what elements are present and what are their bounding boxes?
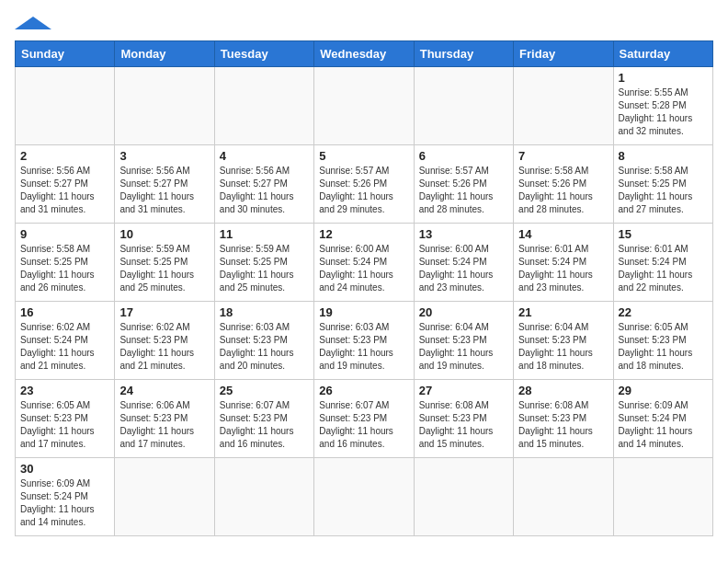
calendar-week-4: 16Sunrise: 6:02 AM Sunset: 5:24 PM Dayli… <box>16 302 713 380</box>
calendar-cell: 1Sunrise: 5:55 AM Sunset: 5:28 PM Daylig… <box>613 67 712 145</box>
calendar-cell <box>115 67 214 145</box>
calendar-cell: 7Sunrise: 5:58 AM Sunset: 5:26 PM Daylig… <box>514 145 613 224</box>
calendar-cell: 26Sunrise: 6:07 AM Sunset: 5:23 PM Dayli… <box>314 380 414 458</box>
calendar-cell: 16Sunrise: 6:02 AM Sunset: 5:24 PM Dayli… <box>16 302 115 380</box>
calendar-cell: 18Sunrise: 6:03 AM Sunset: 5:23 PM Dayli… <box>214 302 313 380</box>
calendar-cell: 8Sunrise: 5:58 AM Sunset: 5:25 PM Daylig… <box>613 145 712 224</box>
calendar-cell <box>514 458 613 536</box>
day-number: 25 <box>220 384 309 397</box>
day-header-tuesday: Tuesday <box>214 41 313 67</box>
calendar-cell <box>613 458 712 536</box>
calendar-cell: 19Sunrise: 6:03 AM Sunset: 5:23 PM Dayli… <box>314 302 414 380</box>
calendar-cell: 23Sunrise: 6:05 AM Sunset: 5:23 PM Dayli… <box>16 380 115 458</box>
day-header-wednesday: Wednesday <box>314 41 414 67</box>
calendar-week-1: 1Sunrise: 5:55 AM Sunset: 5:28 PM Daylig… <box>16 67 713 145</box>
day-info: Sunrise: 5:57 AM Sunset: 5:26 PM Dayligh… <box>419 165 508 216</box>
day-number: 2 <box>20 149 109 163</box>
calendar-cell: 27Sunrise: 6:08 AM Sunset: 5:23 PM Dayli… <box>414 380 513 458</box>
day-number: 28 <box>518 384 608 397</box>
day-number: 9 <box>20 227 109 241</box>
day-info: Sunrise: 5:57 AM Sunset: 5:26 PM Dayligh… <box>319 165 408 216</box>
calendar-cell: 25Sunrise: 6:07 AM Sunset: 5:23 PM Dayli… <box>214 380 313 458</box>
day-number: 11 <box>220 227 309 241</box>
day-info: Sunrise: 5:56 AM Sunset: 5:27 PM Dayligh… <box>20 165 109 216</box>
svg-marker-0 <box>15 17 51 29</box>
calendar-cell: 28Sunrise: 6:08 AM Sunset: 5:23 PM Dayli… <box>514 380 613 458</box>
calendar-cell: 13Sunrise: 6:00 AM Sunset: 5:24 PM Dayli… <box>414 224 513 302</box>
calendar-cell: 12Sunrise: 6:00 AM Sunset: 5:24 PM Dayli… <box>314 224 414 302</box>
day-number: 21 <box>518 305 608 319</box>
day-info: Sunrise: 6:00 AM Sunset: 5:24 PM Dayligh… <box>419 243 508 294</box>
day-info: Sunrise: 6:05 AM Sunset: 5:23 PM Dayligh… <box>20 399 109 451</box>
calendar-table: SundayMondayTuesdayWednesdayThursdayFrid… <box>15 40 713 536</box>
calendar-cell <box>214 67 313 145</box>
calendar-cell <box>214 458 313 536</box>
day-number: 20 <box>419 305 508 319</box>
day-header-monday: Monday <box>115 41 214 67</box>
day-number: 24 <box>119 384 209 397</box>
day-number: 12 <box>319 227 408 241</box>
calendar-cell: 5Sunrise: 5:57 AM Sunset: 5:26 PM Daylig… <box>314 145 414 224</box>
day-info: Sunrise: 5:56 AM Sunset: 5:27 PM Dayligh… <box>220 165 309 216</box>
day-info: Sunrise: 6:06 AM Sunset: 5:23 PM Dayligh… <box>119 399 209 451</box>
page-header <box>15 15 713 29</box>
day-info: Sunrise: 5:56 AM Sunset: 5:27 PM Dayligh… <box>119 165 209 216</box>
day-header-thursday: Thursday <box>414 41 513 67</box>
calendar-cell: 10Sunrise: 5:59 AM Sunset: 5:25 PM Dayli… <box>115 224 214 302</box>
day-number: 19 <box>319 305 408 319</box>
day-info: Sunrise: 5:59 AM Sunset: 5:25 PM Dayligh… <box>119 243 209 294</box>
calendar-cell: 6Sunrise: 5:57 AM Sunset: 5:26 PM Daylig… <box>414 145 513 224</box>
calendar-cell: 2Sunrise: 5:56 AM Sunset: 5:27 PM Daylig… <box>16 145 115 224</box>
day-info: Sunrise: 6:02 AM Sunset: 5:24 PM Dayligh… <box>20 321 109 373</box>
day-number: 23 <box>20 384 109 397</box>
day-number: 29 <box>619 384 708 397</box>
day-number: 27 <box>419 384 508 397</box>
day-info: Sunrise: 6:04 AM Sunset: 5:23 PM Dayligh… <box>419 321 508 373</box>
calendar-cell <box>115 458 214 536</box>
day-number: 4 <box>220 149 309 163</box>
day-header-saturday: Saturday <box>613 41 712 67</box>
day-header-sunday: Sunday <box>16 41 115 67</box>
day-number: 14 <box>518 227 608 241</box>
calendar-week-3: 9Sunrise: 5:58 AM Sunset: 5:25 PM Daylig… <box>16 224 713 302</box>
day-number: 30 <box>20 462 109 476</box>
calendar-cell <box>514 67 613 145</box>
calendar-cell: 14Sunrise: 6:01 AM Sunset: 5:24 PM Dayli… <box>514 224 613 302</box>
logo <box>15 15 51 29</box>
day-info: Sunrise: 5:58 AM Sunset: 5:26 PM Dayligh… <box>518 165 608 216</box>
calendar-cell: 4Sunrise: 5:56 AM Sunset: 5:27 PM Daylig… <box>214 145 313 224</box>
day-info: Sunrise: 5:58 AM Sunset: 5:25 PM Dayligh… <box>20 243 109 294</box>
day-number: 6 <box>419 149 508 163</box>
day-number: 1 <box>619 71 708 85</box>
calendar-cell: 22Sunrise: 6:05 AM Sunset: 5:23 PM Dayli… <box>613 302 712 380</box>
day-info: Sunrise: 5:58 AM Sunset: 5:25 PM Dayligh… <box>619 165 708 216</box>
day-info: Sunrise: 6:01 AM Sunset: 5:24 PM Dayligh… <box>518 243 608 294</box>
day-number: 5 <box>319 149 408 163</box>
day-number: 18 <box>220 305 309 319</box>
calendar-cell <box>314 458 414 536</box>
day-info: Sunrise: 5:55 AM Sunset: 5:28 PM Dayligh… <box>619 86 708 138</box>
calendar-week-6: 30Sunrise: 6:09 AM Sunset: 5:24 PM Dayli… <box>16 458 713 536</box>
day-info: Sunrise: 6:09 AM Sunset: 5:24 PM Dayligh… <box>20 477 109 529</box>
day-number: 26 <box>319 384 408 397</box>
day-number: 10 <box>119 227 209 241</box>
day-number: 13 <box>419 227 508 241</box>
day-info: Sunrise: 6:03 AM Sunset: 5:23 PM Dayligh… <box>220 321 309 373</box>
calendar-cell <box>414 67 513 145</box>
day-header-friday: Friday <box>514 41 613 67</box>
day-info: Sunrise: 6:07 AM Sunset: 5:23 PM Dayligh… <box>220 399 309 451</box>
calendar-week-5: 23Sunrise: 6:05 AM Sunset: 5:23 PM Dayli… <box>16 380 713 458</box>
day-number: 7 <box>518 149 608 163</box>
calendar-cell: 17Sunrise: 6:02 AM Sunset: 5:23 PM Dayli… <box>115 302 214 380</box>
day-info: Sunrise: 6:00 AM Sunset: 5:24 PM Dayligh… <box>319 243 408 294</box>
calendar-cell: 11Sunrise: 5:59 AM Sunset: 5:25 PM Dayli… <box>214 224 313 302</box>
day-info: Sunrise: 6:08 AM Sunset: 5:23 PM Dayligh… <box>419 399 508 451</box>
day-info: Sunrise: 6:08 AM Sunset: 5:23 PM Dayligh… <box>518 399 608 451</box>
calendar-cell: 3Sunrise: 5:56 AM Sunset: 5:27 PM Daylig… <box>115 145 214 224</box>
logo-icon <box>15 17 51 29</box>
day-info: Sunrise: 6:01 AM Sunset: 5:24 PM Dayligh… <box>619 243 708 294</box>
calendar-cell: 29Sunrise: 6:09 AM Sunset: 5:24 PM Dayli… <box>613 380 712 458</box>
calendar-cell: 30Sunrise: 6:09 AM Sunset: 5:24 PM Dayli… <box>16 458 115 536</box>
calendar-cell <box>314 67 414 145</box>
calendar-header-row: SundayMondayTuesdayWednesdayThursdayFrid… <box>16 41 713 67</box>
